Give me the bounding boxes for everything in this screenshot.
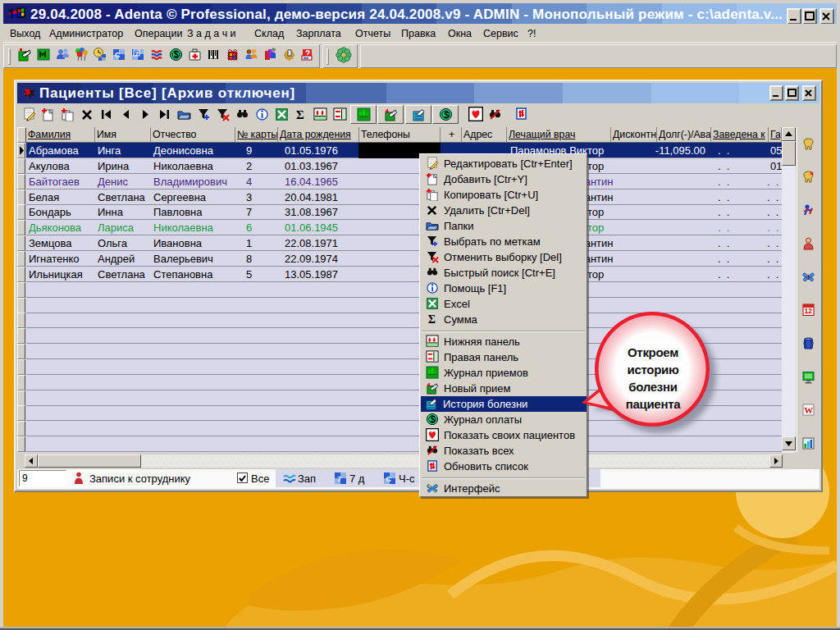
svg-text:7: 7 bbox=[135, 50, 139, 57]
svg-text:Σ: Σ bbox=[428, 313, 436, 326]
svg-text:12: 12 bbox=[805, 307, 813, 315]
svg-text:Σ: Σ bbox=[296, 108, 304, 121]
svg-text:C: C bbox=[115, 51, 121, 59]
svg-text:пациента: пациента bbox=[626, 397, 681, 411]
svg-text:W: W bbox=[804, 405, 813, 415]
svg-text:C: C bbox=[386, 475, 392, 483]
svg-text:историю: историю bbox=[628, 363, 679, 377]
svg-text:7: 7 bbox=[337, 475, 341, 483]
svg-text:Откроем: Откроем bbox=[628, 345, 678, 359]
svg-text:болезни: болезни bbox=[628, 380, 677, 394]
svg-text:$: $ bbox=[444, 110, 449, 120]
svg-text:$: $ bbox=[174, 50, 179, 59]
svg-text:$: $ bbox=[431, 415, 436, 424]
